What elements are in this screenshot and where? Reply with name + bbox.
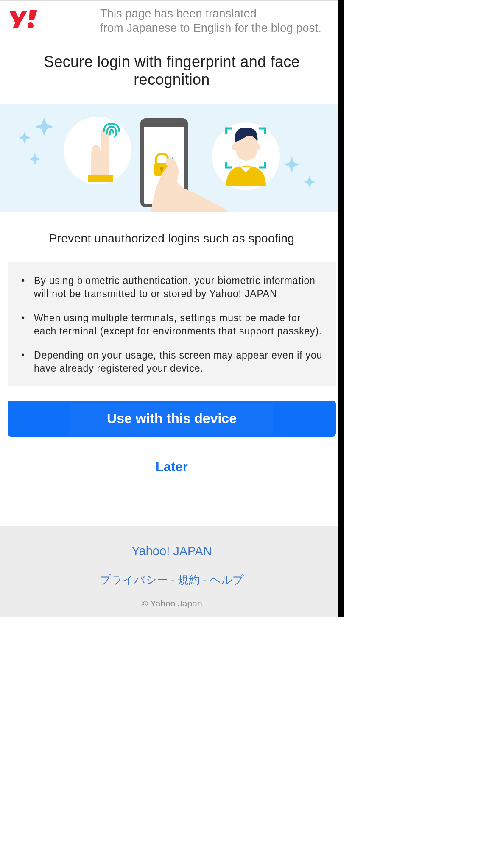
footer-privacy-link[interactable]: プライバシー [100,573,168,586]
info-bullet: When using multiple terminals, settings … [19,312,325,338]
svg-rect-1 [88,175,113,182]
svg-point-2 [232,144,237,150]
footer: Yahoo! JAPAN プライバシー - 規約 - ヘルプ © Yahoo J… [0,526,344,617]
footer-links: プライバシー - 規約 - ヘルプ [0,573,344,587]
hand-icon [151,155,227,212]
svg-point-3 [255,144,260,150]
use-with-device-button[interactable]: Use with this device [8,401,336,437]
svg-point-10 [162,167,178,188]
fingerprint-bubble [64,117,131,184]
footer-brand-link[interactable]: Yahoo! JAPAN [0,544,344,558]
info-bullet: By using biometric authentication, your … [19,274,325,300]
right-edge-decoration [338,0,344,617]
page-title: Secure login with fingerprint and face r… [0,41,344,104]
subtitle: Prevent unauthorized logins such as spoo… [0,212,344,262]
sparkle-icon [280,155,327,201]
info-box: By using biometric authentication, your … [8,262,336,386]
header: This page has been translated from Japan… [0,1,344,41]
footer-terms-link[interactable]: 規約 [178,573,200,586]
later-button[interactable]: Later [0,459,344,475]
sparkle-icon [19,113,59,181]
hero-illustration [0,104,344,212]
info-bullet: Depending on your usage, this screen may… [19,349,325,375]
svg-point-0 [28,22,34,28]
yahoo-logo-icon [8,9,41,31]
footer-copyright: © Yahoo Japan [0,598,344,609]
translation-note: This page has been translated from Japan… [100,7,321,36]
footer-help-link[interactable]: ヘルプ [210,573,244,586]
